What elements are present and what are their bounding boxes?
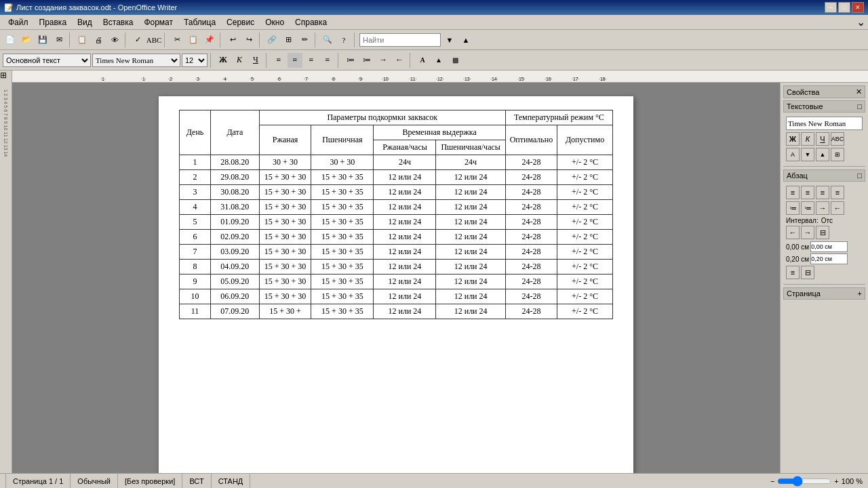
text-section-header[interactable]: Текстовые □ (783, 100, 865, 113)
autocorrect-button[interactable]: ABC (146, 33, 161, 47)
new-button[interactable]: 📄 (3, 33, 18, 47)
cell-rye: 15 + 30 + 30 (259, 289, 311, 304)
hyperlink-button[interactable]: 🔗 (264, 33, 279, 47)
zoom-out-icon[interactable]: − (770, 477, 774, 485)
panel-font-input[interactable] (786, 117, 863, 130)
email-button[interactable]: ✉ (52, 33, 66, 47)
ruler-tick: ·16· (545, 77, 553, 81)
cut-button[interactable]: ✂ (170, 33, 184, 47)
minimize-button[interactable]: ─ (825, 2, 837, 13)
indent-panel-r[interactable]: → (801, 226, 814, 239)
align-left-button[interactable]: ≡ (271, 53, 286, 68)
numlist-button[interactable]: ≔ (359, 53, 374, 68)
list-panel-button1[interactable]: ≔ (786, 201, 800, 215)
bg-color-button[interactable]: ▩ (448, 53, 462, 68)
copy-button[interactable]: 📋 (186, 33, 201, 47)
font-select[interactable]: Times New Roman (92, 54, 180, 67)
indent-panel-l[interactable]: ← (786, 226, 800, 239)
panel-bold-button[interactable]: Ж (786, 132, 800, 146)
redo-button[interactable]: ↪ (241, 33, 256, 47)
zoom-slider[interactable] (777, 476, 831, 486)
document-page: День Дата Параметры подкормки заквасок Т… (159, 96, 633, 473)
panel-highlight-button[interactable]: ▲ (816, 148, 829, 161)
align-right-panel-button[interactable]: ≡ (816, 186, 829, 199)
indent-panel-button1[interactable]: → (816, 201, 829, 215)
underline-button[interactable]: Ч (248, 53, 263, 68)
properties-close-icon[interactable]: ✕ (856, 87, 862, 96)
cell-optimal: 24-28 (505, 170, 557, 185)
cell-optimal: 24-28 (505, 260, 557, 274)
cell-allowed: +/- 2 °С (557, 260, 613, 274)
panel-abc-button[interactable]: ABC (831, 132, 844, 146)
panel-format-row: Ж К Ч ABC (786, 132, 863, 146)
panel-color1-button[interactable]: A (786, 148, 800, 161)
save-button[interactable]: 💾 (35, 33, 50, 47)
bold-button[interactable]: Ж (216, 53, 231, 68)
search-down-button[interactable]: ▼ (442, 33, 457, 47)
menu-table[interactable]: Таблица (178, 16, 221, 28)
open-button[interactable]: 📂 (19, 33, 34, 47)
properties-header[interactable]: Свойства ✕ (783, 85, 865, 98)
close-button[interactable]: ✕ (852, 2, 864, 13)
panel-extra-button[interactable]: ⊞ (831, 148, 844, 161)
align-left-panel-button[interactable]: ≡ (786, 186, 800, 199)
cell-day: 7 (180, 245, 211, 260)
align-justify-button[interactable]: ≡ (320, 53, 335, 68)
extra-panel-btn2[interactable]: ⊟ (801, 266, 814, 279)
extra-panel-btn1[interactable]: ≡ (786, 266, 800, 279)
find-button[interactable]: 🔍 (320, 33, 335, 47)
font-color-button[interactable]: A (415, 53, 430, 68)
indent-more-button[interactable]: → (376, 53, 391, 68)
document-area[interactable]: День Дата Параметры подкормки заквасок Т… (12, 83, 780, 473)
panel-italic-button[interactable]: К (801, 132, 814, 146)
indent-less-button[interactable]: ← (392, 53, 407, 68)
preview-button[interactable]: 👁 (107, 33, 122, 47)
maximize-button[interactable]: □ (838, 2, 850, 13)
table-button[interactable]: ⊞ (281, 33, 296, 47)
menu-file[interactable]: Файл (3, 16, 34, 28)
style-select[interactable]: Основной текст (3, 54, 91, 67)
align-center-panel-button[interactable]: ≡ (801, 186, 814, 199)
panel-underline-button[interactable]: Ч (816, 132, 829, 146)
search-input[interactable] (359, 33, 441, 47)
collapse-icon[interactable]: ⌄ (856, 16, 865, 28)
titlebar-title: Лист создания заквасок.odt - OpenOffice … (16, 3, 177, 12)
cell-day: 2 (180, 170, 211, 185)
menu-help[interactable]: Справка (290, 16, 332, 28)
undo-button[interactable]: ↩ (225, 33, 240, 47)
ruler-tick: ·17· (572, 77, 580, 81)
style-section: Обычный (71, 474, 118, 488)
help-button[interactable]: ? (336, 33, 351, 47)
spell-button[interactable]: ✓ (130, 33, 145, 47)
panel-color2-button[interactable]: ▼ (801, 148, 814, 161)
menu-insert[interactable]: Вставка (98, 16, 139, 28)
zoom-in-icon[interactable]: + (834, 477, 838, 485)
abzac-section-header[interactable]: Абзац □ (783, 169, 865, 182)
list-panel-button2[interactable]: ≔ (801, 201, 814, 215)
indent-panel-button2[interactable]: ← (831, 201, 844, 215)
list-button[interactable]: ≔ (343, 53, 358, 68)
menu-window[interactable]: Окно (260, 16, 290, 28)
menu-edit[interactable]: Правка (34, 16, 73, 28)
align-right-button[interactable]: ≡ (304, 53, 319, 68)
spacing-input1[interactable] (810, 241, 848, 252)
spacing-panel-button[interactable]: ⊟ (816, 226, 829, 239)
search-up-button[interactable]: ▲ (458, 33, 473, 47)
paste-button[interactable]: 📌 (202, 33, 217, 47)
highlight-button[interactable]: ▲ (431, 53, 446, 68)
print-button[interactable]: 🖨 (91, 33, 106, 47)
font-size-select[interactable]: 12 (182, 54, 208, 67)
abzac-content: ≡ ≡ ≡ ≡ ≔ ≔ → ← Интервал: Отс ← → ⊟ 0,00 (783, 184, 865, 281)
align-center-button[interactable]: ≡ (288, 53, 302, 68)
align-justify-panel-button[interactable]: ≡ (831, 186, 844, 199)
export-pdf-button[interactable]: 📋 (75, 33, 90, 47)
menu-format[interactable]: Формат (138, 16, 178, 28)
table-header-params: Параметры подкормки заквасок (259, 110, 505, 125)
main-area: 1 2 3 4 5 6 7 8 9 10 11 12 13 14 День Да… (0, 83, 868, 473)
spacing-input2[interactable] (810, 253, 848, 264)
menu-view[interactable]: Вид (72, 16, 98, 28)
page-section-header[interactable]: Страница + (783, 287, 865, 300)
menu-tools[interactable]: Сервис (221, 16, 260, 28)
italic-button[interactable]: К (232, 53, 247, 68)
draw-button[interactable]: ✏ (297, 33, 312, 47)
